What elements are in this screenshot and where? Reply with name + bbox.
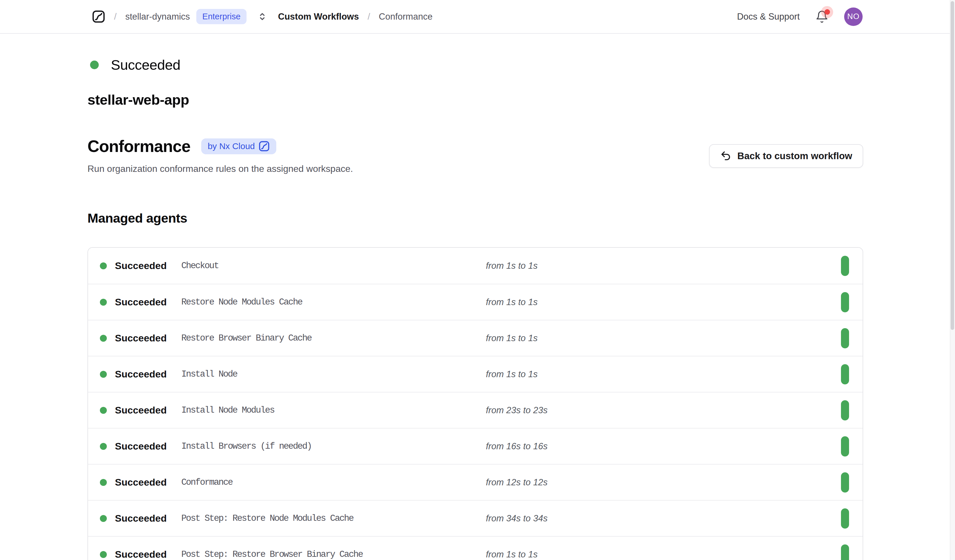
step-success-dot [100,479,107,486]
step-time-range: from 1s to 1s [486,297,537,307]
scrollbar-thumb[interactable] [951,1,954,330]
step-success-dot [100,551,107,558]
undo-arrow-icon [720,150,731,162]
step-row[interactable]: Succeeded Checkout from 1s to 1s [88,248,863,284]
by-nx-cloud-badge[interactable]: by Nx Cloud [201,139,276,154]
step-status-label: Succeeded [115,477,181,488]
step-timeline-bar [841,509,849,529]
breadcrumb-org[interactable]: stellar-dynamics [125,11,190,22]
step-timeline-bar [841,544,849,560]
step-status-label: Succeeded [115,296,181,308]
step-timeline-bar [841,364,849,384]
step-name: Conformance [181,477,486,487]
step-timeline-bar [841,436,849,457]
step-timeline-bar [841,400,849,420]
step-name: Install Browsers (if needed) [181,441,486,451]
top-bar: / stellar-dynamics Enterprise Custom Wor… [0,0,955,34]
step-success-dot [100,299,107,306]
step-row[interactable]: Succeeded Restore Browser Binary Cache f… [88,320,863,356]
step-row[interactable]: Succeeded Restore Node Modules Cache fro… [88,284,863,320]
step-status-label: Succeeded [115,549,181,560]
managed-agents-card: Succeeded Checkout from 1s to 1s Succeed… [88,247,863,560]
back-to-custom-workflow-button[interactable]: Back to custom workflow [709,144,863,168]
managed-agents-list: Succeeded Checkout from 1s to 1s Succeed… [88,248,863,560]
step-time-range: from 1s to 1s [486,333,537,343]
docs-support-link[interactable]: Docs & Support [737,11,800,22]
workflow-header: Conformance by Nx Cloud Run organization… [88,137,863,174]
step-status-label: Succeeded [115,332,181,344]
step-status-label: Succeeded [115,368,181,380]
breadcrumb-page: Conformance [379,11,432,22]
step-time-range: from 16s to 16s [486,441,548,452]
step-timeline-bar [841,292,849,312]
step-success-dot [100,515,107,522]
step-status-label: Succeeded [115,441,181,452]
step-name: Checkout [181,261,486,271]
step-status-label: Succeeded [115,260,181,271]
step-name: Post Step: Restore Browser Binary Cache [181,549,486,559]
breadcrumb-separator: / [368,11,370,22]
step-timeline-bar [841,256,849,276]
step-time-range: from 1s to 1s [486,261,537,271]
step-row[interactable]: Succeeded Install Browsers (if needed) f… [88,428,863,464]
notifications-bell-icon[interactable] [815,10,828,23]
step-timeline-bar [841,328,849,348]
step-name: Post Step: Restore Node Modules Cache [181,513,486,523]
managed-agents-heading: Managed agents [88,211,187,226]
step-success-dot [100,335,107,342]
step-success-dot [100,262,107,269]
breadcrumb-separator: / [114,11,117,22]
back-button-label: Back to custom workflow [737,151,852,161]
workflow-description: Run organization conformance rules on th… [88,164,353,174]
user-avatar[interactable]: NO [844,8,863,26]
step-name: Install Node [181,369,486,379]
status-label: Succeeded [111,57,180,73]
step-name: Restore Node Modules Cache [181,297,486,307]
workflow-title: Conformance [88,137,190,156]
step-time-range: from 12s to 12s [486,477,548,488]
step-status-label: Succeeded [115,405,181,416]
breadcrumb: / stellar-dynamics Enterprise Custom Wor… [92,9,432,24]
step-status-label: Succeeded [115,513,181,524]
nx-cloud-workflow-page: / stellar-dynamics Enterprise Custom Wor… [0,0,955,560]
step-timeline-bar [841,472,849,493]
step-row[interactable]: Succeeded Post Step: Restore Browser Bin… [88,536,863,560]
step-success-dot [100,371,107,378]
nx-logo-icon [258,140,270,152]
step-name: Install Node Modules [181,405,486,415]
workflow-header-left: Conformance by Nx Cloud Run organization… [88,137,353,174]
step-row[interactable]: Succeeded Post Step: Restore Node Module… [88,500,863,536]
step-success-dot [100,443,107,450]
step-row[interactable]: Succeeded Install Node Modules from 23s … [88,392,863,428]
run-status: Succeeded [90,56,180,73]
by-nx-cloud-label: by Nx Cloud [208,141,255,151]
step-row[interactable]: Succeeded Install Node from 1s to 1s [88,356,863,392]
scrollbar-track [950,0,955,560]
breadcrumb-section[interactable]: Custom Workflows [278,11,359,22]
status-success-dot [90,61,99,69]
step-row[interactable]: Succeeded Conformance from 12s to 12s [88,464,863,500]
step-success-dot [100,407,107,414]
top-bar-actions: Docs & Support NO [737,8,863,26]
step-time-range: from 1s to 1s [486,549,537,560]
notification-red-dot [825,9,830,15]
step-time-range: from 23s to 23s [486,405,548,415]
chevrons-up-down-icon[interactable] [257,11,268,22]
step-time-range: from 34s to 34s [486,513,548,524]
workspace-title: stellar-web-app [88,92,189,108]
plan-badge: Enterprise [196,9,247,24]
step-time-range: from 1s to 1s [486,369,537,379]
nx-logo-icon[interactable] [92,10,105,23]
step-name: Restore Browser Binary Cache [181,333,486,343]
